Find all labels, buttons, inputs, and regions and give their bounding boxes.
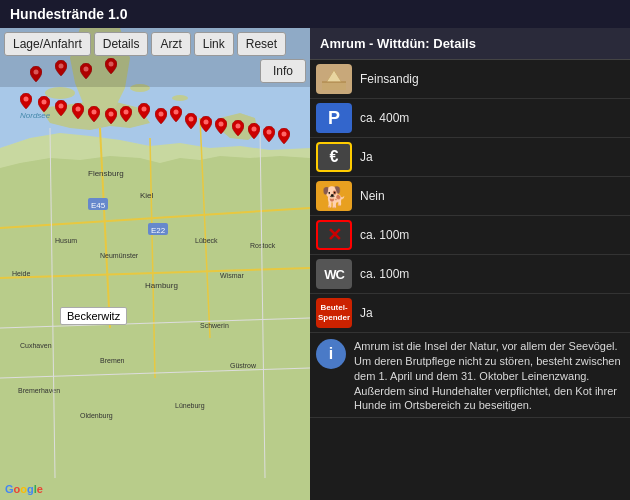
map-pin[interactable]: [185, 113, 197, 133]
svg-text:Schwerin: Schwerin: [200, 322, 229, 329]
toolbar-row1: Lage/Anfahrt Details Arzt Link Reset: [4, 32, 306, 56]
details-panel: Amrum - Wittdün: Details Feinsandig P ca…: [310, 28, 630, 500]
detail-row-cross: ✕ ca. 100m: [310, 216, 630, 255]
detail-row-wc: WC ca. 100m: [310, 255, 630, 294]
svg-point-37: [42, 100, 47, 105]
map-pin[interactable]: [232, 120, 244, 140]
details-button[interactable]: Details: [94, 32, 149, 56]
google-logo: Google: [5, 483, 43, 495]
detail-row-info: i Amrum ist die Insel der Natur, vor all…: [310, 333, 630, 418]
svg-text:Husum: Husum: [55, 237, 77, 244]
svg-point-43: [142, 107, 147, 112]
info-button[interactable]: Info: [260, 59, 306, 83]
map-pin[interactable]: [278, 128, 290, 148]
info-value: Amrum ist die Insel der Natur, vor allem…: [354, 339, 624, 413]
main-content: Lage/Anfahrt Details Arzt Link Reset Inf…: [0, 28, 630, 500]
svg-text:E45: E45: [91, 201, 106, 210]
detail-row-euro: € Ja: [310, 138, 630, 177]
euro-value: Ja: [360, 149, 373, 166]
svg-text:Rostock: Rostock: [250, 242, 276, 249]
svg-text:Neumünster: Neumünster: [100, 252, 139, 259]
svg-point-52: [282, 132, 287, 137]
svg-point-39: [76, 107, 81, 112]
reset-button[interactable]: Reset: [237, 32, 286, 56]
svg-text:Güstrow: Güstrow: [230, 362, 257, 369]
lage-button[interactable]: Lage/Anfahrt: [4, 32, 91, 56]
svg-point-42: [124, 110, 129, 115]
beckerwitz-label[interactable]: Beckerwitz: [60, 307, 127, 325]
toolbar-row2: Info: [4, 59, 306, 83]
svg-point-49: [236, 124, 241, 129]
map-pin[interactable]: [120, 106, 132, 126]
map-pin[interactable]: [155, 108, 167, 128]
svg-point-48: [219, 122, 224, 127]
svg-text:Oldenburg: Oldenburg: [80, 412, 113, 420]
parking-icon: P: [316, 103, 352, 133]
svg-text:Bremen: Bremen: [100, 357, 125, 364]
svg-point-51: [267, 130, 272, 135]
sand-value: Feinsandig: [360, 71, 419, 88]
svg-text:Kiel: Kiel: [140, 191, 154, 200]
svg-point-40: [92, 110, 97, 115]
details-title: Amrum - Wittdün: Details: [310, 28, 630, 60]
svg-text:🐕: 🐕: [322, 185, 347, 209]
svg-point-50: [252, 127, 257, 132]
cross-icon: ✕: [316, 220, 352, 250]
wc-icon: WC: [316, 259, 352, 289]
svg-point-38: [59, 104, 64, 109]
dog-value: Nein: [360, 188, 385, 205]
map-pin[interactable]: [200, 116, 212, 136]
map-pin[interactable]: [72, 103, 84, 123]
svg-text:Flensburg: Flensburg: [88, 169, 124, 178]
detail-row-parking: P ca. 400m: [310, 99, 630, 138]
map-panel: Lage/Anfahrt Details Arzt Link Reset Inf…: [0, 28, 310, 500]
euro-icon: €: [316, 142, 352, 172]
toolbar: Lage/Anfahrt Details Arzt Link Reset Inf…: [0, 28, 310, 87]
svg-text:Wismar: Wismar: [220, 272, 244, 279]
detail-row-sand: Feinsandig: [310, 60, 630, 99]
wc-value: ca. 100m: [360, 266, 409, 283]
beutel-icon: Beutel-Spender: [316, 298, 352, 328]
svg-point-41: [109, 112, 114, 117]
svg-point-45: [174, 110, 179, 115]
svg-point-46: [189, 117, 194, 122]
svg-point-36: [24, 97, 29, 102]
info-icon: i: [316, 339, 346, 369]
svg-text:Lüneburg: Lüneburg: [175, 402, 205, 410]
link-button[interactable]: Link: [194, 32, 234, 56]
svg-text:Lübeck: Lübeck: [195, 237, 218, 244]
map-pin[interactable]: [215, 118, 227, 138]
svg-point-44: [159, 112, 164, 117]
details-list: Feinsandig P ca. 400m € Ja 🐕 Ne: [310, 60, 630, 500]
sand-icon: [316, 64, 352, 94]
map-pin[interactable]: [88, 106, 100, 126]
svg-text:Cuxhaven: Cuxhaven: [20, 342, 52, 349]
svg-text:E22: E22: [151, 226, 166, 235]
app-title: Hundestrände 1.0: [10, 6, 127, 22]
svg-point-4: [172, 95, 188, 101]
svg-text:Hamburg: Hamburg: [145, 281, 178, 290]
parking-value: ca. 400m: [360, 110, 409, 127]
map-pin[interactable]: [170, 106, 182, 126]
svg-point-47: [204, 120, 209, 125]
svg-rect-57: [322, 82, 346, 90]
map-pin[interactable]: [20, 93, 32, 113]
svg-text:Heide: Heide: [12, 270, 30, 277]
map-pin[interactable]: [248, 123, 260, 143]
beutel-value: Ja: [360, 305, 373, 322]
map-pin[interactable]: [138, 103, 150, 123]
map-pin[interactable]: [263, 126, 275, 146]
title-bar: Hundestrände 1.0: [0, 0, 630, 28]
detail-row-dog: 🐕 Nein: [310, 177, 630, 216]
cross-value: ca. 100m: [360, 227, 409, 244]
detail-row-beutel: Beutel-Spender Ja: [310, 294, 630, 333]
map-pin[interactable]: [55, 100, 67, 120]
dog-icon: 🐕: [316, 181, 352, 211]
arzt-button[interactable]: Arzt: [151, 32, 190, 56]
map-pin[interactable]: [38, 96, 50, 116]
map-pin[interactable]: [105, 108, 117, 128]
